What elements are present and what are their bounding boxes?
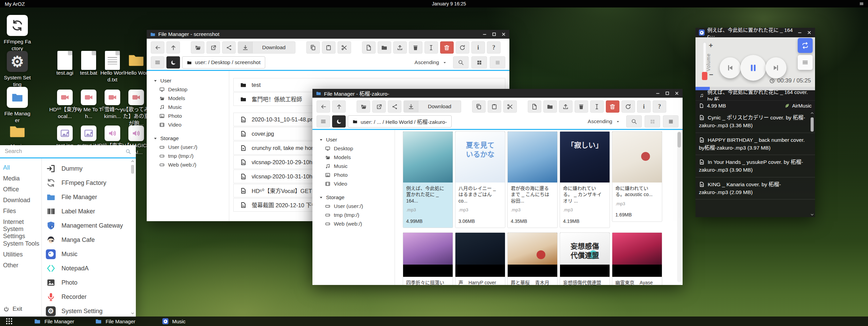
repeat-button[interactable] bbox=[798, 38, 813, 53]
previous-track-button[interactable] bbox=[720, 57, 741, 78]
sidebar-item-models[interactable]: Models bbox=[319, 153, 395, 162]
file-card[interactable]: 葬と華桜 _ 青木月 bbox=[507, 232, 558, 285]
file-card[interactable]: 声 _ HarryP cover bbox=[455, 232, 505, 285]
close-button[interactable] bbox=[501, 32, 506, 37]
sidebar-item-user[interactable]: User (user:/) bbox=[153, 143, 229, 152]
close-button[interactable] bbox=[807, 30, 812, 35]
volume-plus[interactable]: + bbox=[709, 41, 713, 50]
app-item-photo[interactable]: Photo bbox=[41, 275, 130, 290]
open-new-window-button[interactable] bbox=[372, 100, 386, 113]
app-item-manga-cafe[interactable]: Manga Cafe bbox=[41, 233, 130, 247]
archive-button[interactable] bbox=[575, 100, 588, 113]
scrollbar-thumb[interactable] bbox=[811, 117, 814, 132]
sidebar-item-video[interactable]: Video bbox=[319, 179, 395, 188]
minimize-button[interactable] bbox=[797, 30, 802, 35]
app-item-music[interactable]: Music bbox=[41, 247, 130, 261]
new-file-button[interactable] bbox=[528, 100, 541, 113]
airmusic-cast[interactable]: AirMusic bbox=[784, 103, 812, 109]
file-card[interactable]: 「寂しい」命に嫌われてい る。 _ カンザキイ オリ ....mp34.19MB bbox=[560, 131, 610, 228]
download-button[interactable]: Download bbox=[403, 100, 461, 113]
scroll-down-icon[interactable] bbox=[810, 213, 814, 216]
open-button[interactable] bbox=[191, 41, 204, 54]
sidebar-section-user[interactable]: User bbox=[319, 135, 395, 144]
taskbar-item-music[interactable]: Music bbox=[162, 317, 185, 326]
cut-button[interactable] bbox=[503, 100, 517, 113]
playlist-item[interactable]: Cynic _ ポリスピカデリー cover. by 柘榴-zakuro-.mp… bbox=[695, 111, 815, 133]
sidebar-item-models[interactable]: Models bbox=[153, 94, 229, 103]
app-item-ffmpeg-factory[interactable]: FFmpeg Factory bbox=[41, 176, 130, 190]
back-button[interactable] bbox=[317, 100, 330, 113]
rename-button[interactable] bbox=[424, 41, 438, 54]
sidebar-item-video[interactable]: Video bbox=[153, 120, 229, 129]
breadcrumb[interactable]: user: / ... / Hello World / 柘榴-zakuro- bbox=[348, 115, 452, 128]
maximize-button[interactable] bbox=[492, 32, 496, 37]
app-item-recorder[interactable]: Recorder bbox=[41, 290, 130, 304]
sidebar-item-user[interactable]: User (user:/) bbox=[319, 202, 395, 211]
category-system-settings[interactable]: System Settings bbox=[0, 227, 41, 238]
archive-button[interactable] bbox=[409, 41, 422, 54]
category-utilities[interactable]: Utilities bbox=[0, 249, 41, 260]
scrollbar-thumb[interactable] bbox=[677, 132, 681, 148]
cut-button[interactable] bbox=[338, 41, 351, 54]
sidebar-section-storage[interactable]: Storage bbox=[319, 193, 395, 202]
app-item-notepada[interactable]: NotepadA bbox=[41, 261, 130, 275]
new-folder-button[interactable] bbox=[378, 41, 391, 54]
paste-button[interactable] bbox=[488, 100, 501, 113]
menu-icon[interactable] bbox=[858, 1, 865, 6]
copy-button[interactable] bbox=[472, 100, 486, 113]
sidebar-item-desktop[interactable]: Desktop bbox=[153, 85, 229, 94]
sidebar-section-user[interactable]: User bbox=[153, 76, 229, 85]
sidebar-section-storage[interactable]: Storage bbox=[153, 134, 229, 143]
dark-mode-button[interactable] bbox=[166, 56, 180, 69]
file-card[interactable]: 四季折々に揺蕩い bbox=[403, 232, 453, 285]
file-card[interactable]: 命に嫌われてい る。acoustic co....mp31.69MB bbox=[612, 131, 662, 222]
file-card[interactable]: 君が夜の海に還る まで _ こんにちは 谷田....mp34.35MB bbox=[507, 131, 558, 228]
upload-button[interactable] bbox=[393, 41, 407, 54]
list-toggle-button[interactable] bbox=[151, 56, 164, 69]
file-card[interactable]: 幽霊東京 _ Ayase bbox=[612, 232, 662, 285]
sidebar-item-photo[interactable]: Photo bbox=[153, 112, 229, 120]
scroll-up-icon[interactable] bbox=[131, 159, 134, 163]
search-input[interactable] bbox=[0, 148, 125, 154]
aroz-menu-button[interactable]: My ArOZ bbox=[5, 1, 25, 7]
refresh-button[interactable] bbox=[456, 41, 469, 54]
list-toggle-button[interactable] bbox=[317, 115, 330, 128]
grid-view-button[interactable] bbox=[471, 56, 487, 69]
back-button[interactable] bbox=[151, 41, 164, 54]
share-button[interactable] bbox=[222, 41, 236, 54]
sort-dropdown[interactable]: Ascending bbox=[588, 118, 612, 124]
desktop-icon-system-set-ting[interactable]: ⚙System Set ting bbox=[0, 51, 35, 88]
scroll-down-icon[interactable] bbox=[131, 311, 134, 315]
category-download[interactable]: Download bbox=[0, 195, 41, 206]
minimize-button[interactable] bbox=[655, 91, 660, 96]
category-system-tools[interactable]: System Tools bbox=[0, 238, 41, 249]
next-track-button[interactable] bbox=[765, 57, 786, 78]
up-button[interactable] bbox=[332, 100, 346, 113]
sort-caret-icon[interactable] bbox=[442, 60, 447, 65]
playlist-item[interactable]: HAPPY BIRTHDAY _ back number cover. by柘榴… bbox=[695, 133, 815, 155]
category-files[interactable]: Files bbox=[0, 206, 41, 216]
sidebar-item-tmp[interactable]: tmp (tmp:/) bbox=[153, 152, 229, 160]
paste-button[interactable] bbox=[322, 41, 336, 54]
dark-mode-button[interactable] bbox=[332, 115, 346, 128]
minimize-button[interactable] bbox=[482, 32, 487, 37]
download-button[interactable]: Download bbox=[238, 41, 295, 54]
open-new-window-button[interactable] bbox=[206, 41, 220, 54]
sidebar-item-music[interactable]: Music bbox=[153, 103, 229, 112]
app-item-management-gateway[interactable]: Management Gateway bbox=[41, 218, 130, 233]
upload-button[interactable] bbox=[559, 100, 573, 113]
exit-button[interactable]: Exit bbox=[3, 306, 22, 312]
app-item-dummy[interactable]: Dummy bbox=[41, 161, 130, 176]
category-media[interactable]: Media bbox=[0, 173, 41, 184]
close-button[interactable] bbox=[674, 91, 679, 96]
taskbar-item-file-manager[interactable]: File Manager bbox=[34, 317, 74, 326]
file-card-selected[interactable]: 例えば、今此処に 置かれた花に _ 164....mp34.99MB bbox=[403, 131, 453, 228]
info-button[interactable]: i bbox=[471, 41, 485, 54]
up-button[interactable] bbox=[166, 41, 180, 54]
app-item-label-maker[interactable]: Label Maker bbox=[41, 204, 130, 218]
refresh-button[interactable] bbox=[621, 100, 635, 113]
file-card[interactable]: 妄想感傷 代償連盟妄想感傷代償連盟 bbox=[560, 232, 610, 285]
search-button[interactable] bbox=[626, 115, 642, 128]
playlist-item[interactable]: In Your Hands _ yusukeP cover. by 柘榴-zak… bbox=[695, 155, 815, 177]
start-menu-scrollbar[interactable] bbox=[130, 159, 135, 315]
